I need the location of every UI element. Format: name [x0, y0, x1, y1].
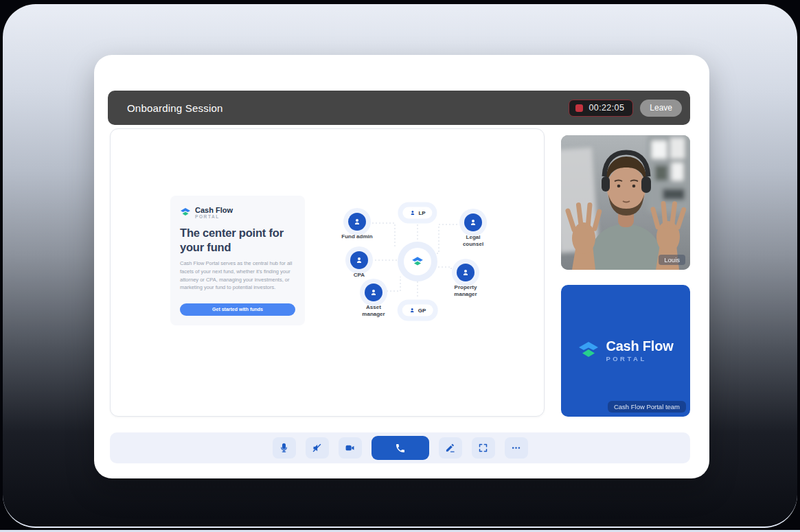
participant-name-badge: Louis	[659, 255, 685, 265]
speaker-muted-icon	[312, 443, 322, 453]
phone-icon	[395, 443, 406, 454]
lp-label: LP	[418, 210, 425, 216]
cpa-node	[350, 251, 368, 269]
brand-name: Cash Flow	[195, 206, 233, 214]
person-icon	[355, 256, 363, 264]
more-icon	[511, 443, 521, 453]
property-manager-node	[457, 264, 475, 281]
record-icon	[575, 104, 583, 112]
annotate-button[interactable]	[439, 437, 462, 459]
remote-video-tile[interactable]: Louis	[561, 135, 690, 270]
microphone-button[interactable]	[273, 437, 296, 459]
fund-admin-node	[348, 213, 366, 231]
property-manager-label: Property manager	[448, 284, 483, 299]
camera-button[interactable]	[339, 437, 362, 459]
person-icon	[353, 218, 361, 226]
brand-texts: Cash Flow PORTAL	[195, 206, 233, 219]
leave-button[interactable]: Leave	[640, 100, 682, 117]
cash-flow-logo-icon	[180, 207, 191, 218]
cash-flow-logo-icon	[411, 256, 424, 268]
cash-flow-hub-node	[404, 248, 431, 275]
person-icon	[409, 308, 415, 314]
person-icon	[409, 210, 415, 216]
remote-video-feed	[561, 135, 690, 270]
call-toolbar	[110, 432, 690, 463]
team-brand-subtitle: PORTAL	[606, 355, 673, 362]
fullscreen-button[interactable]	[472, 437, 495, 459]
team-tile[interactable]: Cash Flow PORTAL Cash Flow Portal team	[561, 285, 690, 417]
legal-counsel-label: Legal counsel	[457, 234, 489, 248]
legal-counsel-node	[464, 213, 482, 231]
get-started-button[interactable]: Get started with funds	[180, 303, 295, 316]
call-header: Onboarding Session 00:22:05 Leave	[108, 91, 690, 125]
slide-body-text: Cash Flow Portal serves as the central h…	[180, 259, 298, 292]
brand-subtitle: PORTAL	[195, 214, 233, 219]
fullscreen-icon	[478, 443, 488, 453]
team-name-badge: Cash Flow Portal team	[608, 401, 686, 413]
person-icon	[369, 288, 378, 297]
brand-lockup: Cash Flow PORTAL	[180, 206, 295, 219]
team-brand-name: Cash Flow	[606, 339, 673, 354]
gp-node: GP	[402, 305, 433, 316]
pen-icon	[445, 443, 455, 453]
header-controls: 00:22:05 Leave	[569, 100, 682, 117]
speaker-mute-button[interactable]	[306, 437, 329, 459]
gp-label: GP	[418, 308, 426, 314]
screen-share-area: Cash Flow PORTAL The center point for yo…	[110, 128, 545, 417]
meeting-window: Onboarding Session 00:22:05 Leave Cash F…	[94, 55, 709, 478]
recording-timer: 00:22:05	[569, 100, 633, 117]
asset-manager-label: Asset manager	[356, 304, 391, 319]
asset-manager-node	[365, 284, 382, 301]
person-icon	[461, 268, 470, 277]
team-brand-texts: Cash Flow PORTAL	[606, 339, 673, 362]
timer-value: 00:22:05	[588, 103, 624, 113]
cash-flow-logo-icon	[578, 340, 599, 361]
team-brand-lockup: Cash Flow PORTAL	[578, 339, 673, 362]
ecosystem-diagram: LP Fund admin Legal counsel	[323, 194, 495, 349]
video-camera-icon	[345, 443, 355, 453]
more-options-button[interactable]	[505, 437, 528, 459]
end-call-button[interactable]	[372, 436, 429, 460]
pitch-card: Cash Flow PORTAL The center point for yo…	[170, 196, 305, 325]
fund-admin-label: Fund admin	[333, 233, 381, 240]
slide-heading: The center point for your fund	[180, 226, 298, 254]
microphone-icon	[279, 443, 289, 453]
lp-node: LP	[402, 207, 432, 219]
cpa-label: CPA	[345, 272, 373, 279]
person-icon	[469, 218, 477, 227]
call-title: Onboarding Session	[127, 102, 223, 114]
